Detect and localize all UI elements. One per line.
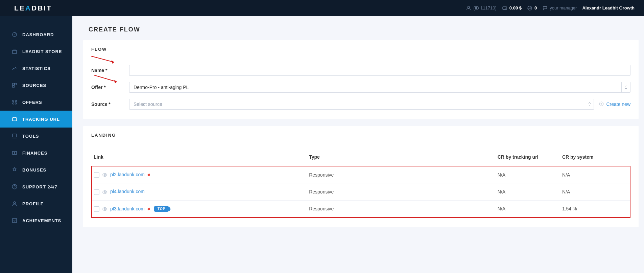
svg-rect-10	[13, 83, 14, 85]
eye-icon[interactable]	[102, 206, 108, 212]
row-source: Source * Select source Create new	[91, 99, 630, 110]
svg-point-14	[15, 100, 17, 102]
wallet-icon	[502, 5, 507, 11]
landing-link[interactable]: pl2.landunk.com	[110, 172, 145, 177]
th-type: Type	[307, 151, 496, 166]
landing-link[interactable]: pl3.landunk.com	[110, 206, 145, 211]
svg-point-5	[505, 8, 506, 8]
manager-name-text: Alexandr Leadbit Growth	[582, 5, 635, 10]
nav-label: TOOLS	[22, 134, 39, 139]
eye-icon[interactable]	[102, 189, 108, 195]
table-row: pl4.landunk.comResponsiveN/AN/A	[92, 183, 630, 200]
sidebar-item-profile[interactable]: PROFILE	[0, 195, 72, 212]
nav-label: SUPPORT 24/7	[22, 184, 57, 189]
landing-card: LANDING Link Type CR by tracking url CR …	[83, 126, 639, 227]
cell-link: pl4.landunk.com	[92, 183, 307, 200]
offer-label: Offer *	[91, 85, 129, 90]
create-new-text: Create new	[606, 101, 630, 107]
user-icon	[466, 5, 471, 11]
user-id-text: (ID 111710)	[473, 5, 497, 10]
chevron-updown-icon	[585, 99, 594, 109]
row-checkbox[interactable]	[94, 189, 99, 195]
landing-table: Link Type CR by tracking url CR by syste…	[91, 151, 630, 218]
svg-point-13	[13, 100, 14, 102]
svg-line-28	[94, 75, 117, 82]
sidebar-item-offers[interactable]: OFFERS	[0, 94, 72, 111]
th-cr-track: CR by tracking url	[496, 151, 560, 166]
svg-rect-20	[13, 152, 17, 155]
svg-point-3	[468, 6, 469, 8]
plus-icon	[599, 101, 604, 108]
sidebar-item-sources[interactable]: SOURCES	[0, 77, 72, 94]
nav-icon	[11, 116, 18, 122]
nav-icon	[11, 31, 18, 38]
logo[interactable]: LEADBIT	[14, 4, 52, 12]
menu-toggle-icon[interactable]	[72, 4, 85, 12]
th-cr-sys: CR by system	[560, 151, 630, 166]
svg-text:AD: AD	[528, 7, 531, 9]
nav-icon	[11, 184, 18, 190]
nav-label: STATISTICS	[22, 66, 51, 71]
svg-point-33	[104, 174, 105, 176]
svg-point-21	[14, 153, 15, 154]
sidebar-item-leadbit-store[interactable]: LEADBIT STORE	[0, 43, 72, 60]
logo-part: LE	[14, 4, 25, 12]
nav-icon	[11, 48, 18, 54]
sidebar-item-achievements[interactable]: ACHIEVEMENTS	[0, 212, 72, 229]
source-placeholder: Select source	[134, 101, 162, 107]
nav-label: TRACKING URL	[22, 117, 60, 122]
svg-rect-11	[15, 83, 17, 85]
eye-icon[interactable]	[102, 172, 108, 178]
svg-point-24	[14, 202, 16, 204]
th-link: Link	[92, 151, 307, 166]
nav-icon	[11, 82, 18, 88]
svg-point-34	[104, 191, 105, 193]
nav-icon	[11, 201, 18, 207]
offer-select-value: Dermo-Pro - anti-aging PL	[134, 85, 189, 90]
table-header-row: Link Type CR by tracking url CR by syste…	[92, 151, 630, 166]
svg-point-23	[15, 188, 15, 188]
row-checkbox[interactable]	[94, 172, 99, 178]
cell-cr-track: N/A	[496, 183, 560, 200]
balance-value: 0.00 $	[509, 5, 522, 10]
cell-cr-track: N/A	[496, 166, 560, 183]
nav-icon	[11, 167, 18, 173]
manager-name[interactable]: Alexandr Leadbit Growth	[579, 5, 637, 10]
ad-count-value: 0	[534, 5, 537, 10]
name-input[interactable]	[129, 65, 630, 76]
manager-label: your manager	[550, 5, 577, 10]
svg-point-15	[13, 103, 14, 105]
flame-icon	[146, 206, 151, 212]
sidebar-item-support-24-7[interactable]: SUPPORT 24/7	[0, 178, 72, 195]
flame-icon	[146, 172, 151, 178]
ad-count[interactable]: AD 0	[524, 5, 540, 11]
sidebar-item-tools[interactable]: TOOLS	[0, 128, 72, 144]
chevron-updown-icon	[621, 82, 630, 92]
manager[interactable]: your manager	[540, 5, 579, 11]
create-new-link[interactable]: Create new	[599, 101, 630, 108]
balance[interactable]: 0.00 $	[499, 5, 524, 11]
svg-rect-12	[13, 86, 14, 87]
svg-rect-9	[13, 50, 17, 53]
row-checkbox[interactable]	[94, 206, 99, 212]
nav-label: ACHIEVEMENTS	[22, 218, 61, 223]
sidebar-item-bonuses[interactable]: BONUSES	[0, 161, 72, 178]
nav-label: FINANCES	[22, 151, 47, 156]
cell-type: Responsive	[307, 183, 496, 200]
nav-icon	[11, 133, 18, 139]
table-row: pl3.landunk.comTOPResponsiveN/A1.54 %	[92, 200, 630, 218]
svg-point-16	[15, 103, 17, 105]
sidebar-item-finances[interactable]: FINANCES	[0, 144, 72, 161]
nav-label: PROFILE	[22, 201, 44, 206]
sidebar-item-dashboard[interactable]: DASHBOARD	[0, 26, 72, 43]
sidebar-item-tracking-url[interactable]: TRACKING URL	[0, 111, 72, 128]
offer-select[interactable]: Dermo-Pro - anti-aging PL	[129, 82, 630, 93]
svg-rect-17	[13, 118, 17, 121]
source-select[interactable]: Select source	[129, 99, 594, 110]
cell-type: Responsive	[307, 200, 496, 218]
sidebar: DASHBOARDLEADBIT STORESTATISTICSSOURCESO…	[0, 16, 72, 273]
nav-label: DASHBOARD	[22, 32, 54, 37]
landing-link[interactable]: pl4.landunk.com	[110, 189, 145, 194]
sidebar-item-statistics[interactable]: STATISTICS	[0, 60, 72, 77]
chat-icon	[542, 5, 548, 11]
